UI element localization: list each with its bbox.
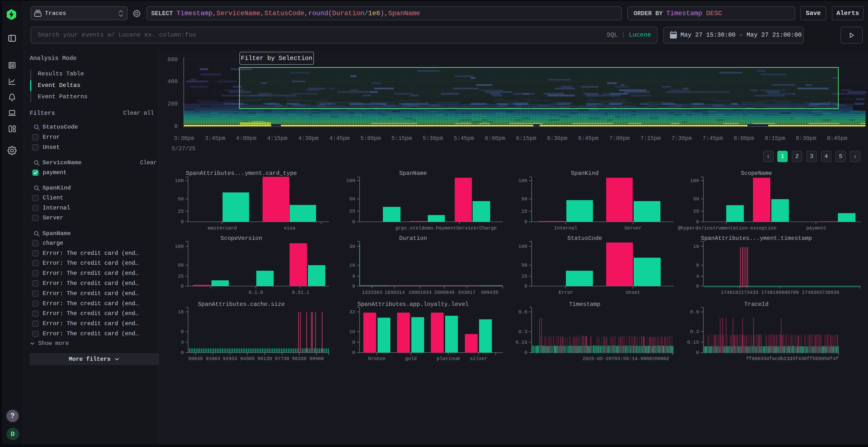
svg-text:8:45pm: 8:45pm — [827, 135, 847, 142]
svg-text:1748393738536: 1748393738536 — [802, 290, 839, 295]
svg-text:94365: 94365 — [240, 356, 255, 362]
svg-text:25: 25 — [693, 209, 699, 214]
svg-text:0: 0 — [524, 219, 527, 225]
svg-text:0: 0 — [696, 283, 699, 289]
svg-text:600: 600 — [167, 56, 178, 63]
svg-text:9: 9 — [352, 274, 355, 279]
svg-text:25: 25 — [178, 209, 184, 214]
svg-text:SpanAttributes.app.loyalty.lev: SpanAttributes.app.loyalty.level — [358, 301, 469, 308]
svg-text:2025-05-28T03:59:14.900820000Z: 2025-05-28T03:59:14.900820000Z — [583, 356, 669, 362]
svg-text:visa: visa — [284, 226, 296, 231]
svg-text:19961834: 19961834 — [408, 290, 432, 295]
svg-text:0: 0 — [696, 219, 699, 225]
svg-text:7:30pm: 7:30pm — [672, 135, 692, 142]
svg-text:6:00pm: 6:00pm — [485, 135, 505, 142]
svg-text:0: 0 — [181, 283, 184, 289]
svg-text:SpanKind: SpanKind — [571, 170, 598, 176]
svg-text:91063: 91063 — [206, 356, 220, 362]
svg-text:0.1.0: 0.1.0 — [249, 290, 263, 295]
svg-text:silver: silver — [470, 356, 487, 362]
svg-text:TraceId: TraceId — [744, 301, 769, 308]
svg-text:mastercard: mastercard — [208, 226, 237, 231]
svg-text:7:00pm: 7:00pm — [609, 135, 630, 142]
svg-text:5:45pm: 5:45pm — [454, 135, 474, 142]
svg-text:8: 8 — [696, 263, 699, 268]
svg-text:0: 0 — [524, 350, 527, 355]
svg-text:SpanAttributes...yment.card_ty: SpanAttributes...yment.card_type — [186, 170, 297, 176]
svg-text:100: 100 — [175, 244, 184, 249]
svg-text:25: 25 — [349, 209, 355, 214]
svg-text:8: 8 — [352, 340, 355, 345]
svg-text:16: 16 — [178, 309, 184, 315]
svg-text:16: 16 — [349, 329, 355, 335]
svg-text:4: 4 — [181, 340, 184, 345]
svg-text:1748199880789: 1748199880789 — [761, 290, 799, 295]
svg-text:4: 4 — [696, 274, 699, 279]
svg-text:ScopeVersion: ScopeVersion — [221, 235, 262, 242]
svg-text:18: 18 — [349, 263, 355, 268]
svg-text:0.3: 0.3 — [518, 329, 527, 335]
svg-text:25: 25 — [521, 274, 527, 279]
svg-text:ScopeName: ScopeName — [741, 170, 772, 176]
svg-text:7:15pm: 7:15pm — [641, 135, 661, 142]
svg-text:0: 0 — [181, 350, 184, 355]
svg-text:999435: 999435 — [481, 290, 498, 295]
svg-text:100: 100 — [175, 178, 184, 183]
svg-text:98338: 98338 — [292, 356, 306, 362]
svg-text:4:15pm: 4:15pm — [267, 135, 288, 142]
svg-text:25: 25 — [521, 209, 527, 214]
svg-text:100: 100 — [690, 178, 699, 183]
svg-text:100: 100 — [346, 178, 355, 183]
svg-text:8: 8 — [181, 329, 184, 335]
svg-text:100: 100 — [518, 244, 527, 249]
svg-text:8:00pm: 8:00pm — [734, 135, 754, 142]
svg-text:2600849: 2600849 — [434, 290, 455, 295]
svg-text:5:00pm: 5:00pm — [361, 135, 381, 142]
svg-text:StatusCode: StatusCode — [567, 235, 602, 242]
svg-text:0.6: 0.6 — [518, 309, 527, 315]
svg-text:@hyperdx/instrumentation-excep: @hyperdx/instrumentation-exception — [678, 226, 776, 231]
svg-text:0.15: 0.15 — [687, 340, 699, 345]
svg-text:grpc.oteldemo.PaymentService/C: grpc.oteldemo.PaymentService/Charge — [396, 226, 497, 231]
svg-text:platinum: platinum — [437, 356, 460, 362]
svg-text:5:30pm: 5:30pm — [423, 135, 443, 142]
svg-text:4:00pm: 4:00pm — [236, 135, 256, 142]
svg-text:Unset: Unset — [626, 290, 640, 295]
svg-text:Timestamp: Timestamp — [569, 301, 600, 308]
svg-text:0.3: 0.3 — [690, 329, 699, 335]
svg-text:7:45pm: 7:45pm — [703, 135, 723, 142]
svg-text:SpanAttributes.cache.size: SpanAttributes.cache.size — [198, 301, 285, 308]
svg-text:0.51.1: 0.51.1 — [292, 290, 309, 295]
svg-text:1698314: 1698314 — [384, 290, 405, 295]
svg-text:0: 0 — [352, 283, 355, 289]
svg-text:92953: 92953 — [223, 356, 237, 362]
svg-text:0: 0 — [352, 350, 355, 355]
svg-text:16: 16 — [693, 244, 699, 249]
svg-text:payment: payment — [806, 226, 827, 231]
svg-text:100: 100 — [518, 178, 527, 183]
svg-text:200: 200 — [167, 101, 178, 107]
svg-text:0.15: 0.15 — [516, 340, 527, 345]
svg-text:0: 0 — [352, 219, 355, 225]
svg-text:Server: Server — [624, 226, 642, 231]
svg-text:8:30pm: 8:30pm — [796, 135, 816, 142]
svg-text:4:45pm: 4:45pm — [329, 135, 350, 142]
svg-text:6:15pm: 6:15pm — [516, 135, 536, 142]
svg-text:50: 50 — [521, 196, 527, 202]
svg-text:SpanName: SpanName — [399, 170, 427, 176]
svg-text:Error: Error — [559, 290, 573, 295]
svg-text:0.6: 0.6 — [690, 309, 699, 315]
svg-text:Internal: Internal — [554, 226, 577, 231]
svg-text:3:30pm: 3:30pm — [174, 135, 194, 142]
svg-text:543017: 543017 — [458, 290, 475, 295]
svg-text:3:45pm: 3:45pm — [205, 135, 225, 142]
svg-text:0: 0 — [696, 350, 699, 355]
svg-text:gold: gold — [405, 356, 416, 362]
svg-text:96139: 96139 — [257, 356, 272, 362]
svg-text:50: 50 — [349, 196, 355, 202]
svg-text:50: 50 — [693, 196, 699, 202]
svg-text:8:15pm: 8:15pm — [765, 135, 785, 142]
svg-text:5:15pm: 5:15pm — [392, 135, 412, 142]
svg-text:400: 400 — [167, 78, 178, 85]
svg-text:1748192273433: 1748192273433 — [721, 290, 758, 295]
